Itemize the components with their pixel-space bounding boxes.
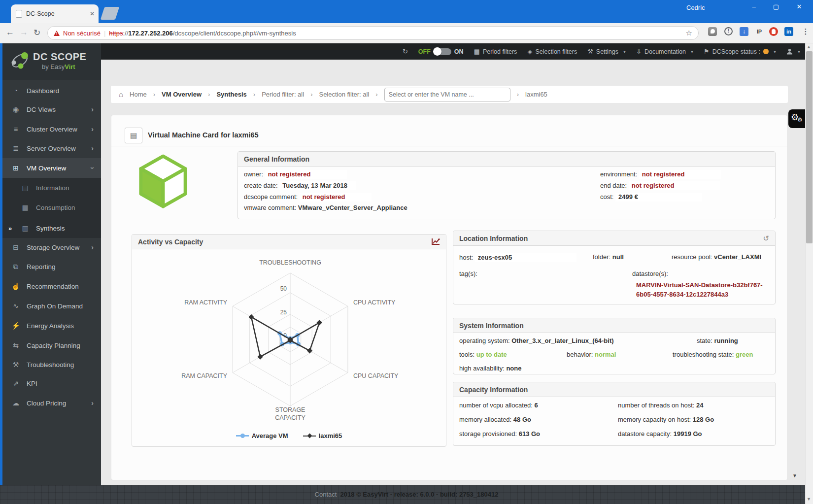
scrollbar-thumb[interactable] (806, 51, 813, 243)
footer-version: 2018 © EasyVirt - release: 6.0.0 - build… (340, 491, 499, 498)
url-text[interactable]: https://172.27.252.206/dcscope/client/dc… (109, 30, 296, 37)
scrollbar-down-icon[interactable]: ▼ (807, 497, 813, 502)
thumbs-up-icon: ☝ (11, 282, 21, 290)
contact-link[interactable]: Contact (315, 491, 337, 498)
extension-icon[interactable] (708, 27, 717, 36)
breadcrumb-selection-filter[interactable]: Selection filter: all (319, 91, 369, 98)
sidebar-item-capacity-planning[interactable]: ⇆Capacity Planning (2, 336, 101, 355)
activity-capacity-panel: Activity vs Capacity 50250TROUBLESHOOTIN… (132, 234, 446, 447)
wrench-icon: ⚒ (587, 48, 593, 55)
browser-menu-icon[interactable]: ⋮ (801, 27, 810, 36)
sidebar-item-dc-views[interactable]: ◉DC Views› (2, 100, 101, 119)
vm-name-input[interactable] (384, 88, 510, 101)
legend-laxmi65[interactable]: laxmi65 (303, 432, 342, 439)
window-close-button[interactable]: ✕ (792, 3, 807, 10)
refresh-icon[interactable]: ↻ (403, 48, 408, 55)
scroll-down-hint-icon[interactable]: ▼ (792, 473, 797, 478)
reload-button[interactable]: ↻ (34, 28, 40, 38)
owner-value[interactable]: not registered (265, 170, 347, 179)
dashboard-icon: ◔ (11, 87, 21, 95)
sidebar-item-label: Energy Analysis (27, 322, 74, 330)
legend-average-vm[interactable]: Average VM (236, 432, 288, 439)
security-warning-icon[interactable] (54, 31, 60, 36)
sidebar-item-cluster-overview[interactable]: ≡Cluster Overview› (2, 119, 101, 139)
toggle-switch[interactable] (434, 48, 451, 55)
home-icon[interactable]: ⌂ (119, 90, 123, 99)
dcscope-comment-value[interactable]: not registered (300, 193, 372, 202)
vm-cubes-icon: ⊞ (11, 164, 21, 172)
breadcrumb-period-filter[interactable]: Period filter: all (262, 91, 304, 98)
memory-allocated-value: 48 Go (513, 416, 531, 423)
eye-icon: ◉ (11, 105, 21, 113)
window-minimize-button[interactable]: – (746, 3, 761, 10)
forward-button[interactable]: → (20, 28, 28, 37)
chart-line-icon[interactable] (432, 238, 440, 245)
sidebar-item-cloud-pricing[interactable]: ☁Cloud Pricing› (2, 393, 101, 413)
settings-menu[interactable]: ⚒Settings (587, 48, 626, 55)
info-extension-icon[interactable]: ! (724, 27, 733, 35)
breadcrumb-vm-overview[interactable]: VM Overview (162, 91, 202, 98)
sidebar-item-dashboard[interactable]: ◔Dashboard (2, 81, 101, 101)
breadcrumb-synthesis[interactable]: Synthesis (216, 91, 246, 98)
back-button[interactable]: ← (6, 28, 14, 37)
breadcrumb-home[interactable]: Home (130, 91, 147, 98)
resource-pool-value: vCenter_LAXMI (714, 253, 761, 261)
vm-cube-icon (138, 154, 188, 209)
security-warning-text[interactable]: Non sécurisé (63, 30, 101, 37)
troubleshooting-state-label: troubleshooting state: (673, 351, 734, 358)
bolt-icon: ⚡ (11, 322, 21, 330)
tab-close-icon[interactable]: ✕ (90, 10, 95, 17)
auto-refresh-toggle[interactable]: OFF ON (418, 48, 464, 55)
browser-tab[interactable]: DC-Scope ✕ (11, 4, 99, 23)
settings-flyout-tab[interactable]: ⚙ ⚙ (788, 109, 805, 128)
sidebar-item-kpi[interactable]: ⇗KPI (2, 373, 101, 393)
download-extension-icon[interactable]: ↓ (740, 27, 748, 36)
linkedin-extension-icon[interactable]: in (784, 27, 793, 36)
sidebar-item-reporting[interactable]: ⧉Reporting (2, 257, 101, 276)
sidebar-item-vm-overview[interactable]: ⊞VM Overview› (2, 158, 101, 178)
dcscope-status-menu[interactable]: ⚑DCScope status : (704, 48, 776, 55)
selection-icon: ◈ (527, 48, 532, 55)
state-row: state: running (697, 337, 738, 344)
period-filters-button[interactable]: ▦Period filters (474, 48, 517, 55)
window-maximize-button[interactable]: ▢ (769, 3, 783, 10)
ip-extension-icon[interactable]: IP (755, 27, 764, 36)
adblock-extension-icon[interactable] (769, 27, 778, 36)
chevron-right-icon: › (91, 245, 94, 250)
create-date-value[interactable]: Tuesday, 13 Mar 2018 (279, 181, 356, 190)
environment-value[interactable]: not registered (639, 170, 721, 179)
url-bar[interactable]: Non sécurisé | https://172.27.252.206/dc… (47, 26, 699, 40)
selection-filters-button[interactable]: ◈Selection filters (527, 48, 577, 55)
bookmark-star-icon[interactable]: ☆ (686, 29, 692, 37)
history-icon[interactable]: ↺ (763, 234, 769, 243)
sidebar-item-synthesis[interactable]: »▥Synthesis (2, 218, 101, 238)
host-value[interactable]: zeus-esx05 (475, 253, 576, 262)
breadcrumb-sep: › (153, 91, 155, 98)
user-menu[interactable] (786, 48, 800, 55)
logo-byline: by EasyVirt (42, 63, 75, 70)
app-logo[interactable]: DC SCOPE by EasyVirt (2, 43, 101, 80)
scrollbar-up-icon[interactable]: ▲ (807, 44, 813, 49)
end-date-value[interactable]: not registered (629, 181, 720, 190)
chart-legend: Average VM laxmi65 (132, 432, 446, 439)
sidebar-item-storage-overview[interactable]: ⊟Storage Overview› (2, 237, 101, 257)
sidebar-item-energy-analysis[interactable]: ⚡Energy Analysis (2, 316, 101, 336)
url-scheme: https (109, 30, 123, 37)
gear-small-icon: ⚙ (797, 116, 803, 123)
sidebar-item-information[interactable]: ▤Information (2, 178, 101, 198)
toggle-off-label: OFF (418, 48, 431, 55)
tab-title: DC-Scope (26, 10, 86, 17)
threads-value: 24 (696, 402, 703, 409)
sidebar-item-server-overview[interactable]: ≣Server Overview› (2, 138, 101, 158)
sidebar-item-recommendation[interactable]: ☝Recommendation (2, 276, 101, 296)
sidebar-item-consumption[interactable]: ▦Consumption (2, 198, 101, 217)
cost-value[interactable]: 2499 € (615, 193, 702, 202)
sidebar-item-troubleshooting[interactable]: ⚒Troubleshooting (2, 355, 101, 374)
documentation-menu[interactable]: ⇩Documentation (636, 48, 693, 55)
vcpu-row: number of vcpu allocated: 6 (459, 402, 538, 409)
table-icon: ▦ (20, 203, 30, 211)
datastore-capacity-label: datastore capacity: (618, 430, 672, 437)
troubleshooting-state-value: green (736, 351, 753, 358)
storage-provisioned-value: 613 Go (519, 430, 540, 437)
sidebar-item-graph-on-demand[interactable]: ∿Graph On Demand (2, 296, 101, 316)
